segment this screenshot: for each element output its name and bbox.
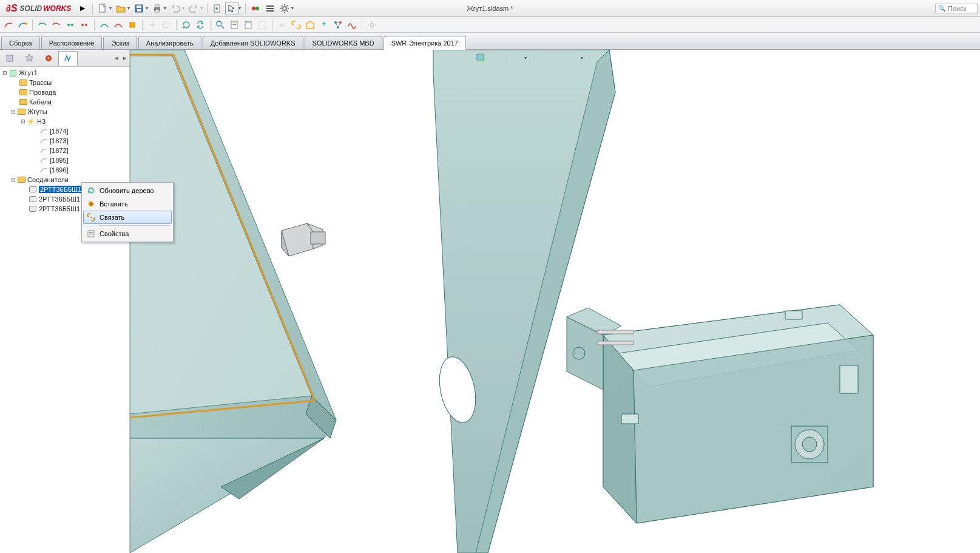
tab-mbd[interactable]: SOLIDWORKS MBD: [305, 36, 382, 49]
tree-folder-cables[interactable]: Кабели: [0, 97, 129, 107]
tree-item[interactable]: [1896]: [0, 165, 129, 175]
tool-report1[interactable]: [228, 19, 240, 31]
tree-harness-node[interactable]: ⊟⚡Н3: [0, 117, 129, 126]
tool-10[interactable]: [146, 19, 158, 31]
dropdown-icon[interactable]: ▾: [291, 5, 294, 11]
dropdown-icon[interactable]: ▾: [146, 5, 148, 11]
tool-sparkle[interactable]: [318, 19, 330, 31]
tree-folder-wires[interactable]: Провода: [0, 87, 129, 97]
svg-rect-3: [137, 9, 141, 12]
tree-folder-harnesses[interactable]: ⊟Жгуты: [0, 107, 129, 117]
tab-layout[interactable]: Расположение: [41, 36, 103, 49]
tree-root[interactable]: ⊟Жгут1: [0, 68, 129, 78]
svg-rect-12: [266, 8, 274, 9]
tool-2[interactable]: [16, 19, 29, 31]
tool-report3[interactable]: [256, 19, 268, 31]
hud-appearance[interactable]: [567, 52, 578, 63]
settings-button[interactable]: [278, 2, 291, 15]
hud-zoom-area[interactable]: [490, 52, 501, 63]
menu-bar: ∂S SOLIDWORKS ▶ ▾ ▾ ▾ ▾ ▾ ▾ ▾ ▾ Жгут1.sl…: [0, 0, 980, 17]
tool-link[interactable]: [290, 19, 302, 31]
harness-icon: ⚡: [26, 117, 36, 126]
dropdown-icon[interactable]: ▾: [581, 55, 583, 61]
save-button[interactable]: [132, 2, 146, 15]
tool-tag[interactable]: [304, 19, 316, 31]
tool-4[interactable]: [50, 19, 63, 31]
tree-label: [1874]: [50, 127, 69, 135]
model-view-svg: [130, 50, 980, 553]
panel-scroll-arrows[interactable]: ◂▸: [112, 54, 129, 62]
tree-item[interactable]: [1872]: [0, 146, 129, 155]
hud-display-style[interactable]: [538, 52, 549, 63]
dropdown-icon[interactable]: ▾: [127, 5, 130, 11]
svg-rect-67: [621, 414, 638, 424]
tree-item[interactable]: [1873]: [0, 136, 129, 146]
options-list-button[interactable]: [263, 2, 277, 15]
expand-menu-button[interactable]: ▶: [76, 2, 89, 15]
tree-label: Трассы: [29, 79, 52, 86]
undo-button[interactable]: [169, 2, 182, 15]
tool-refresh[interactable]: [180, 19, 192, 31]
tool-5[interactable]: [64, 19, 76, 31]
search-input[interactable]: 🔍 Поиск: [935, 4, 978, 13]
tab-swr-electric[interactable]: SWR-Электрика 2017: [384, 36, 466, 50]
svg-rect-68: [785, 311, 802, 319]
hud-hide-show[interactable]: [609, 52, 620, 63]
tool-gear[interactable]: [366, 19, 378, 31]
dropdown-icon[interactable]: ▾: [200, 5, 203, 11]
tool-search[interactable]: [214, 19, 226, 31]
print-button[interactable]: [150, 2, 164, 15]
tab-assembly[interactable]: Сборка: [1, 36, 40, 49]
hud-scene[interactable]: [553, 52, 564, 63]
tree-item[interactable]: [1874]: [0, 126, 129, 136]
panel-tab-swr[interactable]: [58, 51, 78, 66]
dropdown-icon[interactable]: ▾: [524, 55, 527, 61]
tool-report2[interactable]: [242, 19, 254, 31]
tab-addins[interactable]: Добавления SOLIDWORKS: [203, 36, 303, 49]
dropdown-icon[interactable]: ▾: [164, 5, 166, 11]
graphics-area[interactable]: ▾ ▾ ▸: [130, 50, 980, 553]
tool-8[interactable]: [112, 19, 124, 31]
tool-wave[interactable]: [346, 19, 358, 31]
dropdown-icon[interactable]: ▾: [182, 5, 184, 11]
svg-point-15: [25, 22, 27, 25]
cursor-select-button[interactable]: [225, 2, 238, 15]
panel-tab-property[interactable]: [19, 51, 39, 66]
ctx-refresh-tree[interactable]: Обновить дерево: [83, 184, 172, 197]
tool-net[interactable]: [332, 19, 344, 31]
redo-button[interactable]: [187, 2, 200, 15]
tab-sketch[interactable]: Эскиз: [103, 36, 137, 49]
dropdown-icon[interactable]: ▾: [238, 5, 241, 11]
panel-tab-feature[interactable]: [0, 51, 19, 66]
traffic-light-icon[interactable]: [249, 2, 262, 15]
tool-6[interactable]: [78, 19, 90, 31]
tree-folder-traces[interactable]: Трассы: [0, 78, 129, 87]
tree-item[interactable]: [1895]: [0, 155, 129, 165]
dropdown-icon[interactable]: ▾: [109, 5, 112, 11]
panel-tab-config[interactable]: [39, 51, 58, 66]
svg-rect-28: [259, 21, 265, 29]
tool-3[interactable]: [36, 19, 49, 31]
separator: [210, 19, 211, 30]
svg-rect-5: [155, 5, 159, 7]
tool-sync[interactable]: [194, 19, 206, 31]
open-file-button[interactable]: [114, 2, 127, 15]
svg-point-33: [370, 23, 374, 27]
select-page-button[interactable]: [211, 2, 224, 15]
tool-9[interactable]: [126, 19, 138, 31]
tool-7[interactable]: [98, 19, 110, 31]
tool-1[interactable]: [2, 19, 15, 31]
hud-section[interactable]: [595, 52, 606, 63]
ctx-properties[interactable]: Свойства: [83, 227, 172, 240]
ctx-insert[interactable]: Вставить: [83, 197, 172, 211]
tool-cloud[interactable]: [276, 19, 288, 31]
new-file-button[interactable]: [96, 2, 109, 15]
tab-evaluate[interactable]: Анализировать: [138, 36, 201, 49]
separator: [32, 19, 33, 30]
ctx-link[interactable]: Связать: [83, 211, 172, 224]
tool-11[interactable]: [160, 19, 172, 31]
hud-orientation[interactable]: [511, 52, 522, 63]
svg-point-45: [477, 54, 483, 60]
hud-render[interactable]: [624, 52, 635, 63]
feature-tree[interactable]: ⊟Жгут1 Трассы Провода Кабели ⊟Жгуты ⊟⚡Н3…: [0, 67, 129, 553]
